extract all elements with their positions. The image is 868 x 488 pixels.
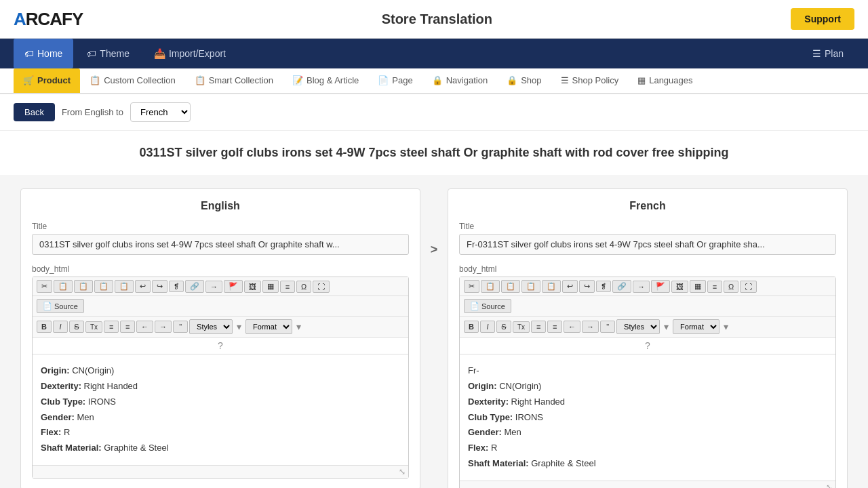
rte-format-btn[interactable]: ❡ <box>169 281 184 292</box>
home-icon: 🏷 <box>24 48 34 59</box>
tab-languages[interactable]: ▦ Languages <box>628 68 702 94</box>
rte-styles-select[interactable]: Styles <box>189 319 233 334</box>
english-rte-toolbar1: ✂ 📋 📋 📋 📋 ↩ ↪ ❡ 🔗 → 🚩 🖼 ▦ ≡ Ω ⛶ <box>33 277 408 296</box>
french-rte-body[interactable]: Fr- Origin: CN(Origin) Dexterity: Right … <box>460 354 835 481</box>
content-shaft: Shaft Material: Graphite & Steel <box>41 441 400 455</box>
fr-rte-paste-text-btn[interactable]: 📋 <box>521 280 540 293</box>
fr-rte-paste-btn[interactable]: 📋 <box>501 280 520 293</box>
rte-copy-btn[interactable]: 📋 <box>54 280 73 293</box>
english-title-input[interactable]: 0311ST silver golf clubs irons set 4-9W … <box>32 234 409 255</box>
fr-rte-link-btn[interactable]: 🔗 <box>612 280 631 293</box>
fr-rte-styles-select[interactable]: Styles <box>616 319 660 334</box>
fr-rte-italic-btn[interactable]: I <box>480 321 495 333</box>
fr-rte-quote-btn[interactable]: " <box>600 321 615 333</box>
rte-special-btn[interactable]: Ω <box>296 281 311 293</box>
french-rte-resize: ⤡ <box>460 481 835 488</box>
fr-rte-olist-btn[interactable]: ≡ <box>547 321 562 333</box>
fr-rte-indent-btn[interactable]: → <box>582 321 599 333</box>
french-rte-toolbar2: 📄 Source <box>460 296 835 317</box>
language-select[interactable]: French Spanish German Italian <box>130 102 191 122</box>
rte-olist-btn[interactable]: ≡ <box>120 321 135 333</box>
rte-paste-word-btn[interactable]: 📋 <box>115 280 134 293</box>
rte-strike-btn[interactable]: S <box>69 321 84 333</box>
english-rte-toolbar2: 📄 Source <box>33 296 408 317</box>
rte-paste-text-btn[interactable]: 📋 <box>94 280 113 293</box>
french-column: French Title Fr-0311ST silver golf clubs… <box>448 188 848 488</box>
fr-rte-bold-btn[interactable]: B <box>464 321 479 333</box>
tab-shop[interactable]: 🔒 Shop <box>497 68 551 94</box>
english-title-label: Title <box>32 222 409 231</box>
fr-rte-subscript-btn[interactable]: Tx <box>513 321 530 333</box>
rte-format-select[interactable]: Format <box>245 319 292 334</box>
support-button[interactable]: Support <box>791 8 854 30</box>
fr-rte-paste-word-btn[interactable]: 📋 <box>542 280 561 293</box>
rte-quote-btn[interactable]: " <box>173 321 188 333</box>
nav-import-export[interactable]: 📥 Import/Export <box>143 39 237 68</box>
rte-italic-btn[interactable]: I <box>53 321 68 333</box>
rte-paste-btn[interactable]: 📋 <box>74 280 93 293</box>
fr-resize-icon: ⤡ <box>826 483 833 488</box>
fr-rte-redo-btn[interactable]: ↪ <box>579 280 595 293</box>
navbar-left: 🏷 Home 🏷 Theme 📥 Import/Export <box>14 39 237 68</box>
fr-rte-table-btn[interactable]: ▦ <box>690 280 706 293</box>
tab-smart-collection[interactable]: 📋 Smart Collection <box>185 68 283 94</box>
fr-rte-source-btn[interactable]: 📄 Source <box>464 299 511 313</box>
fr-rte-image-btn[interactable]: 🖼 <box>671 281 688 293</box>
fr-rte-strike-btn[interactable]: S <box>496 321 511 333</box>
fr-source-icon: 📄 <box>470 302 479 310</box>
nav-home[interactable]: 🏷 Home <box>14 39 73 68</box>
rte-undo-btn[interactable]: ↩ <box>135 280 151 293</box>
tab-blog-article[interactable]: 📝 Blog & Article <box>283 68 368 94</box>
rte-source-btn[interactable]: 📄 Source <box>37 299 84 313</box>
rte-link-btn[interactable]: 🔗 <box>185 280 204 293</box>
french-body-label: body_html <box>459 264 836 274</box>
product-title: 0311ST silver golf clubs irons set 4-9W … <box>0 131 868 175</box>
fr-prefix: Fr- <box>468 364 827 378</box>
fr-rte-special-btn[interactable]: Ω <box>724 281 738 293</box>
rte-unlink-btn[interactable]: → <box>205 281 222 293</box>
fr-separator1: ▾ <box>661 321 671 332</box>
content-gender: Gender: Men <box>41 411 400 425</box>
rte-fullscreen-btn[interactable]: ⛶ <box>313 281 330 293</box>
english-column: English Title 0311ST silver golf clubs i… <box>20 188 420 488</box>
tab-product[interactable]: 🛒 Product <box>14 68 80 94</box>
fr-rte-outdent-btn[interactable]: ← <box>564 321 580 333</box>
nav-plan[interactable]: ☰ Plan <box>802 39 854 68</box>
separator2: ▾ <box>294 321 304 332</box>
english-rte-body[interactable]: Origin: CN(Origin) Dexterity: Right Hand… <box>33 354 408 465</box>
rte-hr-btn[interactable]: ≡ <box>280 281 295 293</box>
fr-rte-hr-btn[interactable]: ≡ <box>707 281 722 293</box>
rte-redo-btn[interactable]: ↪ <box>152 280 167 293</box>
rte-outdent-btn[interactable]: ← <box>136 321 153 333</box>
rte-indent-btn[interactable]: → <box>155 321 172 333</box>
fr-rte-copy-btn[interactable]: 📋 <box>481 280 500 293</box>
french-heading: French <box>459 200 836 212</box>
fr-rte-anchor-btn[interactable]: 🚩 <box>651 280 670 293</box>
fr-rte-fullscreen-btn[interactable]: ⛶ <box>740 281 757 293</box>
nav-theme[interactable]: 🏷 Theme <box>76 39 140 68</box>
rte-bold-btn[interactable]: B <box>37 321 52 333</box>
fr-rte-format-btn[interactable]: ❡ <box>596 281 611 292</box>
rte-anchor-btn[interactable]: 🚩 <box>224 280 243 293</box>
rte-subscript-btn[interactable]: Tx <box>85 321 102 333</box>
fr-content-flex: Flex: R <box>468 441 827 455</box>
resize-icon: ⤡ <box>399 467 406 476</box>
tab-navigation[interactable]: 🔒 Navigation <box>422 68 497 94</box>
rte-cut-btn[interactable]: ✂ <box>37 280 52 293</box>
tab-shop-policy[interactable]: ☰ Shop Policy <box>551 68 629 94</box>
fr-rte-format-select[interactable]: Format <box>673 319 719 334</box>
rte-list-btn[interactable]: ≡ <box>104 321 119 333</box>
back-button[interactable]: Back <box>14 103 55 121</box>
tab-custom-collection[interactable]: 📋 Custom Collection <box>80 68 185 94</box>
french-title-input[interactable]: Fr-0311ST silver golf clubs irons set 4-… <box>459 234 836 255</box>
rte-table-btn[interactable]: ▦ <box>262 280 279 293</box>
fr-rte-undo-btn[interactable]: ↩ <box>562 280 578 293</box>
blog-icon: 📝 <box>292 75 303 85</box>
fr-rte-unlink-btn[interactable]: → <box>633 281 650 293</box>
fr-rte-cut-btn[interactable]: ✂ <box>464 280 479 293</box>
tab-page[interactable]: 📄 Page <box>368 68 422 94</box>
english-rte: ✂ 📋 📋 📋 📋 ↩ ↪ ❡ 🔗 → 🚩 🖼 ▦ ≡ Ω ⛶ 📄 <box>32 277 409 479</box>
fr-rte-list-btn[interactable]: ≡ <box>531 321 546 333</box>
smart-collection-icon: 📋 <box>195 75 205 85</box>
rte-image-btn[interactable]: 🖼 <box>244 281 261 293</box>
